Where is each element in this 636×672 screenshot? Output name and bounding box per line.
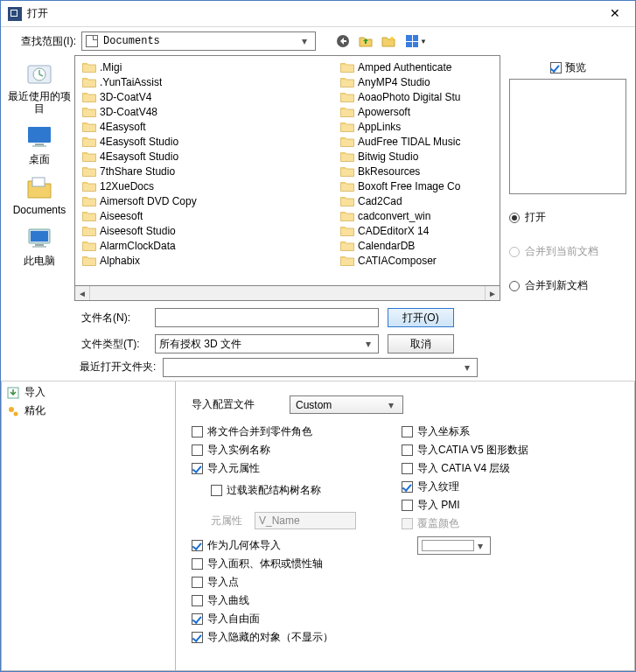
folder-icon — [82, 121, 96, 132]
file-item[interactable]: Boxoft Free Image Co — [337, 178, 486, 193]
file-item[interactable]: Aimersoft DVD Copy — [79, 193, 337, 208]
file-item[interactable]: cadconvert_win — [337, 208, 486, 223]
window-title: 打开 — [27, 6, 602, 21]
folder-icon — [82, 150, 96, 162]
file-item[interactable]: 4Easysoft Studio — [79, 134, 337, 149]
file-item[interactable]: 4Esaysoft Studio — [79, 149, 337, 164]
radio-merge-new[interactable]: 合并到新文档 — [509, 278, 626, 293]
file-label: Apowersoft — [358, 106, 410, 118]
file-label: 12XueDocs — [100, 180, 154, 192]
metadata-attr-label: 元属性 — [211, 514, 242, 528]
file-item[interactable]: AppLinks — [337, 119, 486, 134]
svg-rect-3 — [28, 127, 51, 143]
chk-instance-name[interactable]: 导入实例名称 — [192, 443, 356, 458]
recent-folder-label: 最近打开文件夹: — [80, 360, 156, 374]
chk-curves[interactable]: 导入曲线 — [192, 593, 356, 608]
file-item[interactable]: 12XueDocs — [79, 178, 337, 193]
folder-icon — [82, 210, 96, 221]
chk-area-volume[interactable]: 导入面积、体积或惯性轴 — [192, 556, 356, 571]
file-item[interactable]: Aiseesoft Studio — [79, 223, 337, 238]
scroll-right-button[interactable]: ► — [485, 286, 500, 300]
settings-area: 导入 精化 导入配置文件 Custom ▾ 将文件合并到零件角色 导入实例名称 … — [1, 382, 635, 671]
checkbox-icon — [550, 62, 562, 74]
scroll-left-button[interactable]: ◄ — [75, 286, 90, 300]
file-item[interactable]: 3D-CoatV48 — [79, 104, 337, 119]
file-item[interactable]: CalendarDB — [337, 238, 486, 253]
chk-pmi[interactable]: 导入 PMI — [402, 498, 528, 513]
file-item[interactable]: CATIAComposer — [337, 253, 486, 268]
chk-overload-tree[interactable]: 过载装配结构树名称 — [211, 483, 356, 498]
place-desktop[interactable]: 桌面 — [24, 123, 54, 165]
file-label: AoaoPhoto Digital Stu — [358, 91, 460, 103]
chk-texture[interactable]: 导入纹理 — [402, 480, 528, 494]
file-item[interactable]: Bitwig Studio — [337, 149, 486, 164]
chevron-down-icon: ▾ — [362, 338, 374, 350]
file-label: BkResources — [358, 165, 420, 178]
close-button[interactable]: ✕ — [602, 5, 628, 23]
place-recent[interactable]: 最近使用的项目 — [4, 60, 74, 115]
chk-merge-parts[interactable]: 将文件合并到零件角色 — [192, 424, 356, 439]
folder-icon — [82, 180, 96, 192]
titlebar: 打开 ✕ — [1, 1, 635, 27]
config-value: Custom — [296, 399, 385, 411]
file-item[interactable]: 3D-CoatV4 — [79, 89, 337, 104]
file-item[interactable]: Apowersoft — [337, 104, 486, 119]
recent-folder-combo[interactable]: ▾ — [163, 358, 478, 377]
chk-hidden[interactable]: 导入隐藏的对象（不显示） — [192, 630, 356, 645]
folder-icon — [82, 136, 96, 147]
horizontal-scrollbar[interactable]: ◄ ► — [74, 286, 500, 301]
file-item[interactable]: BkResources — [337, 164, 486, 178]
folder-icon — [340, 195, 354, 206]
sidebar-item-refine[interactable]: 精化 — [2, 402, 175, 420]
chk-as-geometry[interactable]: 作为几何体导入 — [192, 538, 356, 553]
chk-coord-system[interactable]: 导入坐标系 — [402, 424, 528, 439]
radio-open[interactable]: 打开 — [509, 210, 626, 225]
chk-metadata[interactable]: 导入元属性 — [192, 461, 356, 476]
file-item[interactable]: Cad2Cad — [337, 193, 486, 208]
metadata-attr-row: 元属性 — [211, 512, 356, 529]
file-item[interactable]: Amped Authenticate — [337, 60, 486, 74]
folder-icon — [340, 180, 354, 192]
back-button[interactable] — [333, 32, 353, 51]
filename-input[interactable] — [155, 308, 379, 327]
file-list[interactable]: .Migi.YunTaiAssist3D-CoatV43D-CoatV484Ea… — [74, 55, 500, 286]
chk-points[interactable]: 导入点 — [192, 575, 356, 590]
folder-icon — [340, 61, 354, 73]
file-item[interactable]: 7thShare Studio — [79, 164, 337, 178]
filetype-combo[interactable]: 所有授权 3D 文件 ▾ — [155, 334, 379, 354]
sidebar-item-label: 导入 — [24, 385, 45, 400]
file-label: CATIAComposer — [358, 255, 437, 267]
sidebar-item-import[interactable]: 导入 — [2, 383, 175, 402]
folder-icon — [82, 91, 96, 102]
folder-icon — [82, 76, 96, 88]
file-item[interactable]: AnyMP4 Studio — [337, 74, 486, 89]
file-item[interactable]: AoaoPhoto Digital Stu — [337, 89, 486, 104]
override-color-combo[interactable]: ▾ — [417, 536, 491, 555]
file-item[interactable]: CADEditorX 14 — [337, 223, 486, 238]
file-label: AudFree TIDAL Music — [358, 136, 460, 148]
chk-catia-v4[interactable]: 导入 CATIA V4 层级 — [402, 461, 528, 476]
chk-catia-v5[interactable]: 导入CATIA V5 图形数据 — [402, 443, 528, 458]
chk-freeform[interactable]: 导入自由面 — [192, 612, 356, 626]
preview-checkbox[interactable]: 预览 — [509, 60, 626, 75]
place-documents[interactable]: Documents — [13, 174, 66, 216]
cancel-button[interactable]: 取消 — [388, 334, 454, 354]
lookin-combo[interactable]: Documents ▾ — [81, 32, 316, 51]
file-area: .Migi.YunTaiAssist3D-CoatV43D-CoatV484Ea… — [74, 55, 500, 354]
file-item[interactable]: .Migi — [79, 60, 337, 74]
config-combo[interactable]: Custom ▾ — [290, 396, 403, 414]
new-folder-button[interactable] — [379, 32, 398, 51]
views-menu-button[interactable]: ▼ — [402, 32, 431, 51]
svg-point-13 — [14, 411, 18, 416]
up-one-level-button[interactable] — [356, 32, 375, 51]
place-thispc[interactable]: 此电脑 — [24, 225, 55, 267]
file-item[interactable]: .YunTaiAssist — [79, 74, 337, 89]
file-item[interactable]: 4Easysoft — [79, 119, 337, 134]
file-item[interactable]: AlarmClockData — [79, 238, 337, 253]
file-item[interactable]: AudFree TIDAL Music — [337, 134, 486, 149]
file-item[interactable]: Aiseesoft — [79, 208, 337, 223]
file-item[interactable]: Alphabix — [79, 253, 337, 268]
file-label: Aiseesoft Studio — [100, 225, 176, 237]
settings-content: 导入配置文件 Custom ▾ 将文件合并到零件角色 导入实例名称 导入元属性 … — [176, 382, 635, 671]
open-button[interactable]: 打开(O) — [388, 308, 454, 327]
